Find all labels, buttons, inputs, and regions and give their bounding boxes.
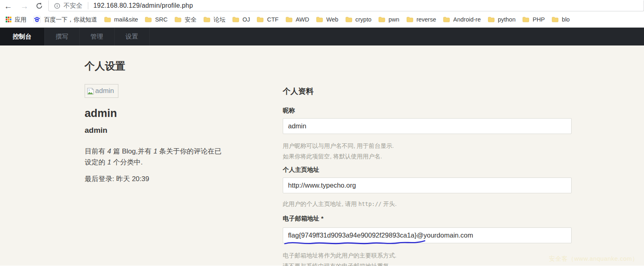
svg-text:du: du [36, 19, 39, 22]
info-circle-icon[interactable] [54, 3, 60, 9]
bookmark-folder[interactable]: Web [314, 15, 343, 24]
folder-icon [104, 17, 111, 22]
bookmark-label: AWD [296, 16, 309, 23]
bookmark-label: mail&site [114, 16, 138, 23]
email-input-wrap [283, 227, 572, 243]
bookmark-baidu[interactable]: du 百度一下，你就知道 [31, 15, 102, 25]
email-help-2: 请不要与系统中现有的电子邮箱地址重复 [283, 261, 572, 266]
homepage-help: 此用户的个人主页地址, 请用 http:// 开头. [283, 199, 572, 209]
folder-icon [345, 17, 352, 22]
folder-icon [286, 17, 293, 22]
folder-icon [232, 17, 239, 22]
folder-icon [378, 17, 385, 22]
bookmark-label: Web [326, 16, 338, 23]
form-title: 个人资料 [283, 87, 572, 96]
address-bar[interactable]: 不安全 192.168.80.129/admin/profile.php [48, 0, 644, 11]
bookmark-folder[interactable]: mail&site [102, 15, 143, 24]
email-label: 电子邮箱地址 * [283, 215, 572, 222]
watermark: 安全客（www.anquanke.com） [549, 255, 638, 263]
username-heading: admin [85, 107, 283, 120]
admin-nav-bar: 控制台 撰写 管理 设置 [0, 28, 644, 45]
nickname-help-1: 用户昵称可以与用户名不同, 用于前台显示. [283, 141, 572, 151]
homepage-label: 个人主页地址 [283, 166, 572, 173]
folder-icon [257, 17, 264, 22]
folder-icon [203, 17, 210, 22]
tab-write[interactable]: 撰写 [45, 28, 80, 45]
bookmark-folder[interactable]: 论坛 [201, 15, 230, 25]
folder-icon [552, 17, 559, 22]
tab-console[interactable]: 控制台 [0, 28, 45, 45]
security-label: 不安全 [63, 2, 83, 10]
nickname-label: 昵称 [283, 107, 572, 114]
email-help-1: 电子邮箱地址将作为此用户的主要联系方式. [283, 250, 572, 261]
nickname-input[interactable] [283, 118, 572, 134]
bookmark-folder[interactable]: pwn [376, 15, 404, 24]
blog-stats: 目前有 4 篇 Blog,并有 1 条关于你的评论在已设定的 1 个分类中. [85, 146, 226, 168]
bookmark-folder[interactable]: AWD [283, 15, 314, 24]
folder-icon [522, 17, 529, 22]
bookmark-folder[interactable]: SRC [142, 15, 172, 24]
avatar: admin [85, 84, 118, 98]
bookmark-label: reverse [417, 16, 436, 23]
bookmark-folder[interactable]: PHP [520, 15, 549, 24]
bookmark-folder[interactable]: 安全 [172, 15, 201, 25]
bookmark-label: 应用 [15, 16, 26, 24]
baidu-icon: du [33, 16, 41, 23]
bookmark-folder[interactable]: OJ [230, 15, 255, 24]
back-icon[interactable]: ← [4, 2, 12, 10]
avatar-alt-text: admin [95, 87, 114, 95]
tab-settings[interactable]: 设置 [115, 28, 150, 45]
folder-icon [488, 17, 495, 22]
bookmark-folder[interactable]: reverse [404, 15, 441, 24]
omnibox-divider [88, 2, 88, 9]
bookmark-label: SRC [155, 16, 168, 23]
bookmark-label: OJ [242, 16, 250, 23]
http-prefix-code: http:// [358, 201, 382, 207]
bookmark-folder[interactable]: crypto [343, 15, 376, 24]
bookmark-label: 论坛 [214, 16, 225, 24]
bookmark-label: python [498, 16, 516, 23]
folder-icon [316, 17, 323, 22]
bookmark-label: Android-re [453, 16, 481, 23]
tab-manage[interactable]: 管理 [80, 28, 115, 45]
bookmark-label: CTF [267, 16, 278, 23]
blog-count: 4 [107, 147, 111, 155]
bookmark-folder[interactable]: Android-re [441, 15, 485, 24]
bookmark-label: blo [562, 16, 570, 23]
profile-summary: 个人设置 admin admin admin 目前有 4 篇 Blog,并有 1… [85, 60, 283, 266]
bookmark-apps[interactable]: 应用 [3, 15, 31, 25]
browser-toolbar: ← → 不安全 192.168.80.129/admin/profile.php [0, 0, 644, 12]
page-title: 个人设置 [85, 60, 283, 72]
category-count: 1 [107, 158, 111, 166]
bookmark-folder[interactable]: CTF [254, 15, 283, 24]
apps-grid-icon [6, 17, 11, 22]
bookmark-label: pwn [389, 16, 399, 23]
folder-icon [443, 17, 450, 22]
bookmarks-bar: 应用 du 百度一下，你就知道 mail&site SRC 安全 论坛 OJ C… [0, 12, 644, 28]
bookmark-label: PHP [533, 16, 545, 23]
url-text[interactable]: 192.168.80.129/admin/profile.php [94, 2, 193, 9]
last-login: 最后登录: 昨天 20:39 [85, 174, 283, 184]
bookmark-folder[interactable]: blo [549, 15, 574, 24]
broken-image-icon [87, 88, 94, 95]
bookmark-label: crypto [356, 16, 372, 23]
username-subheading: admin [85, 125, 283, 135]
bookmark-label: 百度一下，你就知道 [44, 16, 97, 24]
folder-icon [175, 17, 181, 22]
nickname-help-2: 如果你将此项留空, 将默认使用用户名. [283, 151, 572, 162]
main-content: 个人设置 admin admin admin 目前有 4 篇 Blog,并有 1… [0, 45, 644, 266]
folder-icon [145, 17, 152, 22]
bookmark-folder[interactable]: python [485, 15, 520, 24]
homepage-input[interactable] [283, 177, 572, 193]
refresh-icon[interactable] [36, 2, 43, 9]
bookmark-label: 安全 [185, 16, 196, 24]
email-input[interactable] [283, 227, 572, 243]
folder-icon [406, 17, 413, 22]
forward-icon[interactable]: → [20, 2, 28, 10]
profile-form: 个人资料 昵称 用户昵称可以与用户名不同, 用于前台显示. 如果你将此项留空, … [283, 60, 572, 266]
comment-count: 1 [153, 147, 157, 155]
